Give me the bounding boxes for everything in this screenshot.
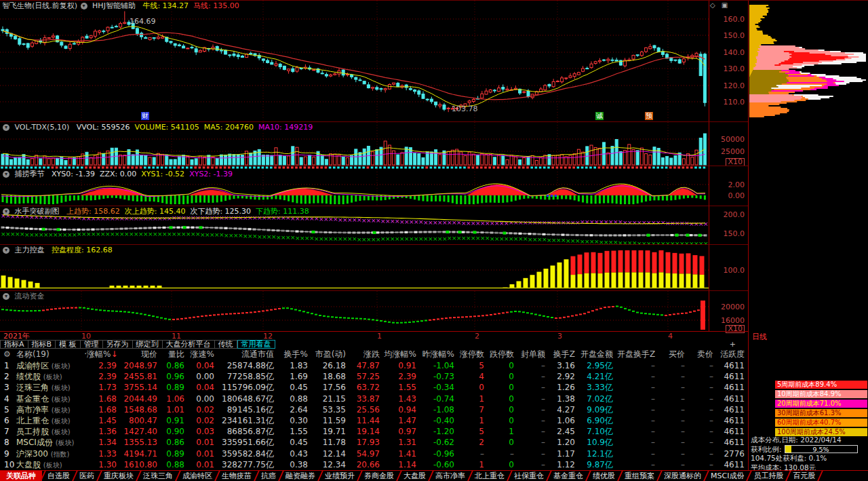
table-row[interactable]: 1成渝特区 (板块)2.392048.970.860.0425874.88亿1.… xyxy=(0,360,777,371)
column-header[interactable]: 封单额 xyxy=(518,349,549,360)
related-tab[interactable]: 百元股 xyxy=(789,471,819,481)
table-row[interactable]: 9沪深300 (指数)1.334194.710.890.01359582.84亿… xyxy=(0,448,777,459)
indicator-field: 次下趋势: 125.30 xyxy=(190,207,251,216)
period-label[interactable]: 日线 xyxy=(752,332,767,342)
related-tab[interactable]: 绩优股 xyxy=(589,471,619,481)
indicator-dropdown-icon[interactable]: ▾ xyxy=(3,293,9,300)
related-tab[interactable]: 北上重仓 xyxy=(471,471,509,481)
volume-panel[interactable]: ▾ VOL-TDX(5,10) VVOL: 559526VOLUME: 5411… xyxy=(0,121,709,166)
related-tab[interactable]: 大盘股 xyxy=(399,471,430,481)
related-tab[interactable]: 抗癌 xyxy=(257,471,280,481)
table-row[interactable]: 6北上重仓 (板块)1.45800.470.910.02234161.31亿0.… xyxy=(0,415,777,426)
column-header[interactable]: 买价 xyxy=(659,349,689,360)
related-tab[interactable]: 社保重仓 xyxy=(510,471,548,481)
event-marker[interactable]: 诚 xyxy=(595,112,604,120)
column-header[interactable]: 开盘金额 xyxy=(579,349,617,360)
related-tab[interactable]: 深股通标的 xyxy=(660,471,705,481)
indicator-tab-9[interactable]: 常用看盘 xyxy=(237,340,275,349)
indicator-dropdown-icon[interactable]: ▾ xyxy=(3,171,9,178)
row-name[interactable]: 绩优股 (板块) xyxy=(16,371,81,382)
event-marker[interactable]: 财 xyxy=(141,112,149,120)
cell: – xyxy=(659,426,689,437)
column-header[interactable]: 流通市值 xyxy=(218,349,278,360)
indicator-tab-3[interactable]: 模 板 xyxy=(56,340,81,349)
indicator-dropdown-icon[interactable]: ▾ xyxy=(3,247,9,254)
row-name[interactable]: 成渝特区 (板块) xyxy=(16,360,81,371)
column-header-name[interactable]: 名称(19) xyxy=(16,349,81,360)
column-header[interactable]: 换手Z xyxy=(549,349,579,360)
related-tab[interactable]: 员工持股 xyxy=(749,471,787,481)
table-row[interactable]: 10大盘股 (板块)1.301610.800.880.01328277.75亿0… xyxy=(0,459,777,470)
table-row[interactable]: 2绩优股 (板块)2.392455.810.960.0077258.85亿1.6… xyxy=(0,371,777,382)
column-header[interactable]: 现价 xyxy=(121,349,161,360)
related-tab[interactable]: 重庆板块 xyxy=(100,471,138,481)
event-marker[interactable]: 预 xyxy=(645,112,653,120)
column-header[interactable]: 活跃度 xyxy=(717,349,749,360)
row-name[interactable]: 泛珠三角 (板块) xyxy=(16,382,81,393)
row-name[interactable]: 北上重仓 (板块) xyxy=(16,415,81,426)
table-row[interactable]: 5高市净率 (板块)1.681548.681.010.0289145.16亿2.… xyxy=(0,404,777,415)
related-tab[interactable]: 生物疫苗 xyxy=(218,471,256,481)
axis-label: 100.0 xyxy=(724,266,745,275)
related-symbols-label[interactable]: 关联品种 xyxy=(0,471,42,481)
table-row[interactable]: 8MSCI成份 (板块)1.341355.130.860.01335951.66… xyxy=(0,437,777,448)
related-tab[interactable]: 医药 xyxy=(75,471,98,481)
row-name[interactable]: 基金重仓 (板块) xyxy=(16,393,81,404)
row-name[interactable]: 员工持股 (板块) xyxy=(16,426,81,437)
bolao-season-panel[interactable]: ▾ 捕捞季节 XYS0: -1.39ZZX: 0.00XYS1: -0.52XY… xyxy=(0,166,709,206)
row-name[interactable]: MSCI成份 (板块) xyxy=(16,437,81,448)
column-header[interactable]: 跌停数 xyxy=(488,349,518,360)
related-tab[interactable]: 成渝特区 xyxy=(178,471,216,481)
axis-label: 140.0 xyxy=(724,48,745,57)
related-tab[interactable]: 自选股 xyxy=(43,471,74,481)
indicator-tab-2[interactable]: 指标B xyxy=(28,340,56,349)
column-header[interactable]: 量比 xyxy=(161,349,189,360)
volume-indicator-values: VVOL: 559526VOLUME: 541105MA5: 204760MA1… xyxy=(77,123,318,132)
add-panel-button[interactable]: + xyxy=(730,340,736,349)
indicator-tab-1[interactable]: 指标A xyxy=(0,340,28,349)
related-tab[interactable]: 业绩预升 xyxy=(321,471,359,481)
indicator-dropdown-icon[interactable]: ▾ xyxy=(3,124,9,131)
indicator-tab-4[interactable]: 管理 xyxy=(81,340,103,349)
main-force-panel[interactable]: ▾ 主力控盘 控盘程度: 162.68 xyxy=(0,244,709,291)
column-header[interactable]: 卖价 xyxy=(689,349,717,360)
liquid-funds-canvas[interactable] xyxy=(0,291,709,332)
indicator-tab-8[interactable]: 传统 xyxy=(215,340,237,349)
related-tab[interactable]: MSCI成份 xyxy=(707,471,748,481)
candlestick-canvas[interactable] xyxy=(0,1,709,121)
row-name[interactable]: 沪深300 (指数) xyxy=(16,448,81,459)
cell: 0.94 xyxy=(384,404,420,415)
column-header[interactable]: 涨停数 xyxy=(458,349,488,360)
related-tab[interactable]: 基金重仓 xyxy=(549,471,587,481)
table-row[interactable]: 7员工持股 (板块)1.361427.400.900.0386856.87亿1.… xyxy=(0,426,777,437)
column-header[interactable]: 换手% xyxy=(278,349,312,360)
row-name[interactable]: 大盘股 (板块) xyxy=(16,459,81,470)
column-header[interactable]: 涨跌 xyxy=(350,349,384,360)
column-header[interactable]: 涨速% xyxy=(189,349,218,360)
column-header[interactable]: 昨涨幅% xyxy=(420,349,458,360)
main-chart-panel[interactable]: 智飞生物(日线.前复权) ▾ HHJ智能辅助 牛线: 134.27马线: 135… xyxy=(0,1,709,121)
related-tab[interactable]: 融资融券 xyxy=(281,471,319,481)
column-header[interactable]: 均涨幅% xyxy=(384,349,420,360)
indicator-dropdown-icon[interactable]: ▾ xyxy=(81,3,87,9)
indicator-tab-7[interactable]: 大盘分析平台 xyxy=(163,340,215,349)
column-header[interactable]: 市盈(动) xyxy=(312,349,350,360)
row-seq: 9 xyxy=(0,448,16,459)
table-settings-icon[interactable]: ⚙ xyxy=(0,349,16,360)
related-tab[interactable]: 泛珠三角 xyxy=(139,471,177,481)
column-header[interactable]: 开盘换手Z xyxy=(617,349,659,360)
row-name[interactable]: 高市净率 (板块) xyxy=(16,404,81,415)
table-row[interactable]: 4基金重仓 (板块)1.682044.491.060.00180648.67亿0… xyxy=(0,393,777,404)
indicator-dropdown-icon[interactable]: ▾ xyxy=(3,208,9,215)
column-header[interactable]: 涨幅%↓ xyxy=(87,349,121,360)
indicator-tab-5[interactable]: 另存为 xyxy=(103,340,133,349)
sailor-breakout-panel[interactable]: ××××××××××××××××××××××××××××××××××××××××… xyxy=(0,206,709,245)
related-tab[interactable]: 高市净率 xyxy=(431,471,469,481)
indicator-tab-6[interactable]: 绑定到 xyxy=(133,340,163,349)
chart-corner-icons[interactable]: ◇ ▣ xyxy=(710,1,730,9)
table-row[interactable]: 3泛珠三角 (板块)1.733755.140.890.04115796.09亿0… xyxy=(0,382,777,393)
related-tab[interactable]: 券商金股 xyxy=(360,471,398,481)
related-tab[interactable]: 重组预案 xyxy=(620,471,658,481)
liquid-funds-panel[interactable]: ▾ 流动资金 xyxy=(0,290,709,332)
trading-app-window: 智飞生物(日线.前复权) ▾ HHJ智能辅助 牛线: 134.27马线: 135… xyxy=(0,0,868,481)
